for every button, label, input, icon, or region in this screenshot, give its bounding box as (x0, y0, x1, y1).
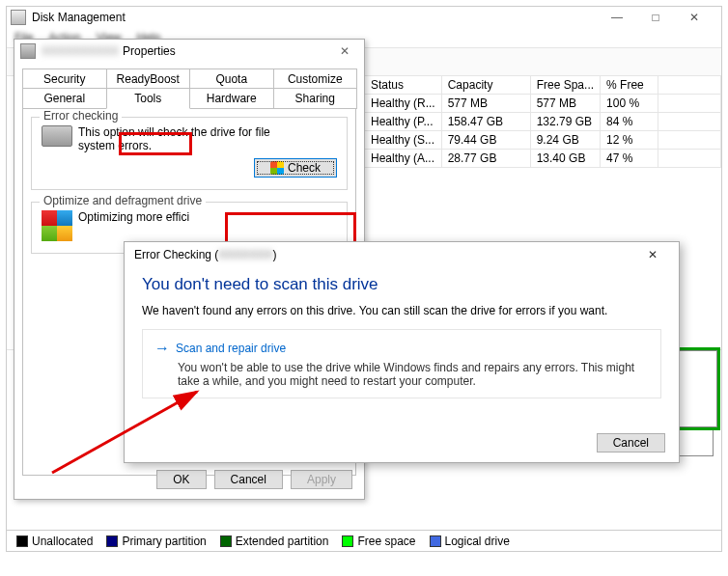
col-pfree[interactable]: % Free (601, 76, 658, 95)
tab-customize[interactable]: Customize (273, 69, 358, 89)
tab-tools[interactable]: Tools (106, 89, 191, 109)
legend-swatch-logical (430, 535, 441, 547)
drive-name-blurred: XXXXXXXXXX (42, 44, 119, 58)
error-checking-headline: You don't need to scan this drive (142, 275, 661, 294)
dm-app-icon (11, 10, 26, 25)
table-row[interactable]: Healthy (P...158.47 GB132.79 GB84 % (365, 113, 721, 131)
minimize-button[interactable]: — (598, 7, 636, 28)
uac-shield-icon (270, 161, 284, 175)
properties-title-suffix: Properties (123, 44, 176, 58)
error-checking-message: We haven't found any errors on this driv… (142, 304, 661, 317)
cancel-button[interactable]: Cancel (214, 470, 283, 489)
error-checking-cancel-button[interactable]: Cancel (597, 433, 665, 453)
col-status[interactable]: Status (365, 76, 442, 95)
check-button[interactable]: Check (254, 158, 337, 178)
legend-swatch-free (342, 535, 353, 547)
volume-table[interactable]: Status Capacity Free Spa... % Free Healt… (364, 76, 721, 168)
table-row[interactable]: Healthy (A...28.77 GB13.40 GB47 % (365, 150, 721, 168)
table-row[interactable]: Healthy (S...79.44 GB9.24 GB12 % (365, 131, 721, 150)
tab-general[interactable]: General (22, 89, 107, 109)
scan-repair-option[interactable]: → Scan and repair drive You won't be abl… (142, 329, 661, 398)
col-extra (658, 76, 721, 95)
legend-swatch-unallocated (16, 535, 28, 547)
dm-titlebar: Disk Management — □ ✕ (7, 7, 721, 28)
drive-icon (42, 125, 72, 147)
defragment-desc: Optimizing more effici (78, 210, 189, 224)
col-free[interactable]: Free Spa... (530, 76, 600, 95)
properties-titlebar: XXXXXXXXXX Properties ✕ (14, 40, 364, 63)
defrag-icon (42, 210, 72, 241)
tab-quota[interactable]: Quota (189, 69, 274, 89)
dm-title-text: Disk Management (32, 11, 126, 24)
close-button[interactable]: ✕ (675, 7, 714, 28)
error-checking-close-button[interactable]: ✕ (636, 243, 669, 266)
drive-name-blurred: XXXXXXX (218, 248, 272, 261)
tab-security[interactable]: Security (22, 69, 107, 89)
maximize-button[interactable]: □ (636, 7, 675, 28)
legend-swatch-primary (106, 535, 118, 547)
col-capacity[interactable]: Capacity (441, 76, 530, 95)
tab-readyboost[interactable]: ReadyBoost (106, 69, 191, 89)
legend-swatch-extended (220, 535, 232, 547)
properties-close-button[interactable]: ✕ (331, 41, 358, 61)
scan-repair-desc: You won't be able to use the drive while… (178, 361, 649, 388)
arrow-right-icon: → (154, 340, 170, 357)
legend: Unallocated Primary partition Extended p… (7, 530, 721, 551)
error-checking-desc: This option will check the drive for fil… (78, 125, 271, 152)
tab-sharing[interactable]: Sharing (273, 89, 358, 109)
error-checking-titlebar: Error Checking ( XXXXXXX ) ✕ (125, 242, 679, 267)
table-row[interactable]: Healthy (R...577 MB577 MB100 % (365, 95, 721, 113)
drive-icon (20, 43, 36, 59)
tab-strip: Security ReadyBoost Quota Customize Gene… (22, 69, 356, 109)
ok-button[interactable]: OK (156, 470, 206, 489)
error-checking-group: Error checking This option will check th… (31, 117, 348, 190)
error-checking-dialog: Error Checking ( XXXXXXX ) ✕ You don't n… (124, 241, 680, 463)
apply-button: Apply (291, 470, 352, 489)
tab-hardware[interactable]: Hardware (189, 89, 274, 109)
